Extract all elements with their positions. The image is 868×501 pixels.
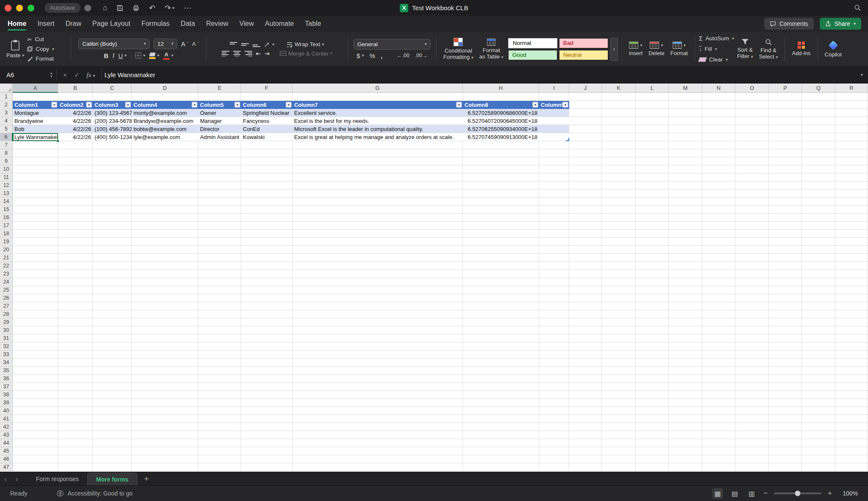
copy-button[interactable]: Copy ▾ <box>27 45 54 54</box>
column-header-Q[interactable]: Q <box>802 84 835 93</box>
zoom-level[interactable]: 100% <box>838 490 858 497</box>
row-header-32[interactable]: 32 <box>0 342 13 351</box>
row-header-31[interactable]: 31 <box>0 334 13 342</box>
row-header-25[interactable]: 25 <box>0 286 13 294</box>
table-header-column4[interactable]: Column4▾ <box>132 101 198 109</box>
font-family-combobox[interactable]: Calibri (Body) ▾ <box>78 39 150 49</box>
cell-E6[interactable]: Admin Assistant <box>198 133 241 141</box>
table-header-column9[interactable]: Column9▾ <box>539 101 569 109</box>
underline-button[interactable]: U▾ <box>118 52 127 59</box>
orientation-button[interactable]: ▾ <box>264 42 274 47</box>
row-header-40[interactable]: 40 <box>0 407 13 415</box>
sheet-nav-back-icon[interactable]: ‹ <box>0 475 11 483</box>
align-left-button[interactable] <box>222 50 229 56</box>
cell-G5[interactable]: Microsoft Excel is the leader in computa… <box>292 125 463 133</box>
row-header-12[interactable]: 12 <box>0 181 13 189</box>
cell-C6[interactable]: (400) 500-1234 <box>93 133 132 141</box>
row-header-45[interactable]: 45 <box>0 447 13 455</box>
row-header-24[interactable]: 24 <box>0 278 13 286</box>
row-header-33[interactable]: 33 <box>0 351 13 359</box>
delete-cells-button[interactable]: ▾ Delete <box>645 42 668 56</box>
column-header-N[interactable]: N <box>702 84 735 93</box>
row-header-46[interactable]: 46 <box>0 455 13 463</box>
formula-input[interactable]: Lyle Wannamaker <box>102 71 155 78</box>
style-bad[interactable]: Bad <box>559 38 608 48</box>
row-header-30[interactable]: 30 <box>0 326 13 334</box>
increase-indent-button[interactable]: ⇥ <box>264 50 270 57</box>
ribbon-tab-formulas[interactable]: Formulas <box>142 16 170 32</box>
style-neutral[interactable]: Neutral <box>559 50 608 60</box>
number-format-combobox[interactable]: General ▾ <box>353 39 431 50</box>
ribbon-tab-page-layout[interactable]: Page Layout <box>92 16 131 32</box>
style-good[interactable]: Good <box>508 50 557 60</box>
column-header-P[interactable]: P <box>769 84 802 93</box>
cell-D3[interactable]: monty@example.com <box>132 109 198 117</box>
filter-dropdown-icon[interactable]: ▾ <box>234 102 240 108</box>
table-header-column2[interactable]: Column2▾ <box>58 101 93 109</box>
row-header-38[interactable]: 38 <box>0 391 13 399</box>
ribbon-tab-review[interactable]: Review <box>206 16 228 32</box>
row-header-39[interactable]: 39 <box>0 399 13 407</box>
cell-E3[interactable]: Owner <box>198 109 241 117</box>
table-header-column5[interactable]: Column5▾ <box>198 101 241 109</box>
row-header-36[interactable]: 36 <box>0 375 13 383</box>
insert-function-button[interactable]: fx ▾ <box>86 71 95 79</box>
confirm-entry-button[interactable]: ✓ <box>74 71 80 79</box>
column-header-M[interactable]: M <box>669 84 702 93</box>
row-header-17[interactable]: 17 <box>0 222 13 230</box>
row-header-15[interactable]: 15 <box>0 206 13 214</box>
italic-button[interactable]: I <box>112 52 114 59</box>
cell-F6[interactable]: Kowalski <box>241 133 292 141</box>
table-header-column3[interactable]: Column3▾ <box>93 101 132 109</box>
row-header-43[interactable]: 43 <box>0 431 13 439</box>
row-header-44[interactable]: 44 <box>0 439 13 447</box>
share-button[interactable]: Share ▾ <box>820 18 861 30</box>
align-bottom-button[interactable] <box>253 42 260 47</box>
cell-B3[interactable]: 4/22/26 <box>58 109 93 117</box>
cell-E4[interactable]: Manager <box>198 117 241 125</box>
column-header-G[interactable]: G <box>292 84 463 93</box>
row-header-9[interactable]: 9 <box>0 157 13 165</box>
cell-B4[interactable]: 4/22/26 <box>58 117 93 125</box>
row-header-22[interactable]: 22 <box>0 262 13 270</box>
addins-button[interactable]: Add-ins <box>789 42 813 56</box>
zoom-in-button[interactable]: + <box>828 489 832 498</box>
cell-E5[interactable]: Director <box>198 125 241 133</box>
autosum-button[interactable]: Σ AutoSum ▾ <box>699 34 734 43</box>
currency-format-button[interactable]: $▾ <box>356 52 364 59</box>
search-icon[interactable] <box>854 4 861 11</box>
cell-G4[interactable]: Excel is the best for my needs. <box>292 117 463 125</box>
comma-format-button[interactable]: , <box>381 52 382 59</box>
decrease-indent-button[interactable]: ⇤ <box>256 50 261 57</box>
row-header-28[interactable]: 28 <box>0 310 13 318</box>
cell-D6[interactable]: lyle@example.com <box>132 133 198 141</box>
cut-button[interactable]: ✂ Cut <box>27 35 54 44</box>
conditional-formatting-button[interactable]: ConditionalFormatting ▾ <box>440 38 476 60</box>
table-header-column1[interactable]: Column1▾ <box>13 101 58 109</box>
column-header-K[interactable]: K <box>602 84 636 93</box>
ribbon-tab-view[interactable]: View <box>239 16 254 32</box>
row-header-6[interactable]: 6 <box>0 133 13 141</box>
row-header-10[interactable]: 10 <box>0 165 13 173</box>
fill-handle[interactable] <box>56 139 59 142</box>
row-header-18[interactable]: 18 <box>0 230 13 238</box>
cell-H6[interactable]: 6.52707459090913000E+18 <box>463 133 539 141</box>
row-header-21[interactable]: 21 <box>0 254 13 262</box>
row-header-35[interactable]: 35 <box>0 367 13 375</box>
cell-C3[interactable]: (300) 123-4567 <box>93 109 132 117</box>
cell-F5[interactable]: ConEd <box>241 125 292 133</box>
ribbon-tab-table[interactable]: Table <box>305 16 321 32</box>
align-top-button[interactable] <box>230 42 237 47</box>
zoom-out-button[interactable]: − <box>763 489 768 498</box>
clear-button[interactable]: Clear ▾ <box>699 55 734 64</box>
row-header-37[interactable]: 37 <box>0 383 13 391</box>
column-header-H[interactable]: H <box>463 84 539 93</box>
table-header-column6[interactable]: Column6▾ <box>241 101 292 109</box>
normal-view-button[interactable]: ▦ <box>712 488 723 499</box>
row-header-42[interactable]: 42 <box>0 423 13 431</box>
sheet-tab-form-responses[interactable]: Form responses <box>28 472 87 485</box>
column-header-L[interactable]: L <box>636 84 669 93</box>
zoom-slider-knob[interactable] <box>795 491 801 496</box>
filter-dropdown-icon[interactable]: ▾ <box>562 102 568 108</box>
filter-dropdown-icon[interactable]: ▾ <box>286 102 292 108</box>
